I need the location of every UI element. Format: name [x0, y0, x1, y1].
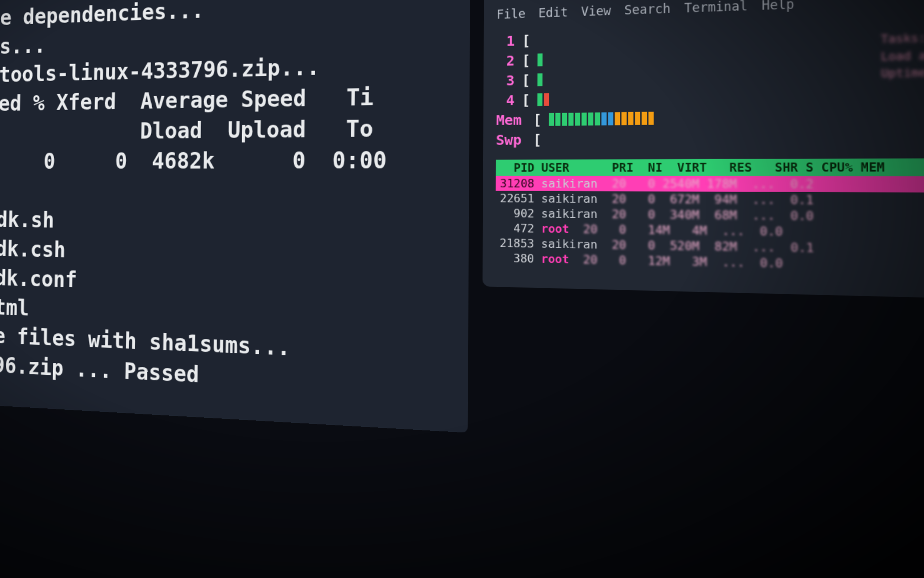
proc-stats: 20 0 672M 94M ... 0.1: [597, 192, 813, 208]
pid: 380: [500, 251, 534, 265]
menu-help[interactable]: Help: [761, 0, 794, 13]
line: android-sdk.conf: [0, 262, 77, 292]
mem-bar: [549, 112, 655, 126]
cpu-bar: [537, 93, 550, 106]
line: ng buildtime dependencies...: [0, 0, 204, 34]
menu-file[interactable]: File: [496, 7, 525, 22]
line: license.html: [0, 290, 30, 321]
pid: 21853: [500, 236, 534, 250]
swp-label: Swp: [496, 130, 526, 150]
htop-sysinfo: Tasks: 108, ... thr Load average: 0.48 0…: [881, 27, 924, 83]
line: % Received % Xferd Average Speed Ti: [0, 84, 374, 118]
htop-process-list[interactable]: 31208 saikiran 20 0 2540M 178M ... 0.222…: [495, 176, 924, 277]
line: 100 147M 0 0 4682k 0 0:00: [0, 146, 387, 174]
terminal-window-right[interactable]: File Edit View Search Terminal Help Task…: [483, 0, 924, 301]
bracket-icon: [: [522, 31, 530, 51]
line: android-sdk.csh: [0, 234, 66, 262]
proc-stats: 20 0 2540M 178M ... 0.2: [597, 177, 813, 191]
bracket-icon: [: [533, 130, 541, 150]
user: root: [541, 252, 569, 266]
line: Dload Upload To: [0, 115, 373, 146]
cpu-number: 3: [496, 71, 515, 91]
line: android-sdk.sh: [0, 206, 55, 233]
terminal-window-left[interactable]: Help e installing package package: andro…: [0, 0, 471, 433]
pid: 31208: [500, 177, 534, 190]
pid: 902: [500, 207, 534, 221]
line: ving sources...: [0, 32, 46, 62]
cpu-number: 4: [496, 90, 515, 110]
htop-header-row: PID USER PRI NI VIRT RES SHR S CPU% MEM: [496, 158, 924, 176]
user: saikiran: [541, 177, 598, 191]
proc-stats: 20 0 14M 4M ... 0.0: [569, 222, 783, 239]
user: saikiran: [541, 207, 598, 221]
bracket-icon: [: [533, 110, 541, 130]
menu-edit[interactable]: Edit: [538, 5, 568, 20]
proc-stats: 20 0 12M 3M ... 0.0: [569, 252, 783, 270]
cpu-number: 1: [496, 31, 515, 51]
terminal-output: e installing package package: android-sd…: [0, 0, 457, 404]
cpu-bar: [537, 54, 544, 67]
cpu-bar: [537, 73, 544, 86]
menu-search[interactable]: Search: [624, 1, 670, 17]
user: root: [541, 222, 569, 236]
line: oading sdk-tools-linux-4333796.zip...: [0, 54, 320, 90]
menu-view[interactable]: View: [581, 4, 611, 19]
htop-meters: 1 [ 0.0% 2 [ 0.7% 3 [ 0.7%: [483, 14, 924, 277]
mem-label: Mem: [496, 110, 526, 130]
menu-terminal[interactable]: Terminal: [684, 0, 748, 16]
pid: 472: [500, 221, 534, 235]
pid: 22651: [500, 192, 534, 205]
proc-stats: 20 0 340M 68M ... 0.0: [597, 207, 813, 223]
bracket-icon: [: [522, 70, 530, 90]
cpu-number: 2: [496, 51, 515, 71]
process-row[interactable]: 31208 saikiran 20 0 2540M 178M ... 0.2: [496, 176, 924, 193]
user: saikiran: [541, 192, 598, 206]
bracket-icon: [: [522, 50, 530, 70]
bracket-icon: [: [522, 90, 530, 110]
user: saikiran: [541, 237, 598, 251]
uptime-label: Uptime: 00:40:09: [881, 62, 924, 82]
